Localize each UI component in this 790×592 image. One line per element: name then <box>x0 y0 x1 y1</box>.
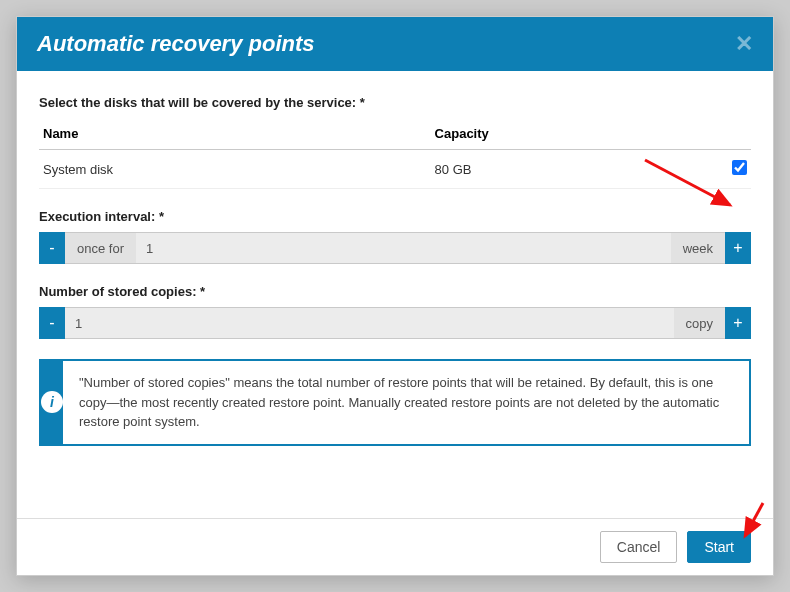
info-box: i "Number of stored copies" means the to… <box>39 359 751 446</box>
start-button[interactable]: Start <box>687 531 751 563</box>
col-capacity: Capacity <box>431 118 711 150</box>
interval-increment[interactable]: + <box>725 232 751 264</box>
table-row: System disk 80 GB <box>39 150 751 189</box>
copies-increment[interactable]: + <box>725 307 751 339</box>
cancel-button[interactable]: Cancel <box>600 531 678 563</box>
interval-stepper: - once for week + <box>39 232 751 264</box>
interval-input[interactable] <box>136 232 671 264</box>
interval-unit: week <box>671 232 725 264</box>
info-icon-column: i <box>41 361 63 444</box>
modal-title: Automatic recovery points <box>37 31 315 57</box>
copies-unit: copy <box>674 307 725 339</box>
copies-input[interactable] <box>65 307 674 339</box>
interval-label: Execution interval: * <box>39 209 751 224</box>
interval-prefix: once for <box>65 232 136 264</box>
info-text: "Number of stored copies" means the tota… <box>63 361 749 444</box>
disk-checkbox[interactable] <box>732 160 747 175</box>
recovery-modal: Automatic recovery points ✕ Select the d… <box>16 16 774 576</box>
disk-capacity: 80 GB <box>431 150 711 189</box>
info-icon: i <box>41 391 63 413</box>
copies-label: Number of stored copies: * <box>39 284 751 299</box>
modal-body: Select the disks that will be covered by… <box>17 71 773 518</box>
disks-section-label: Select the disks that will be covered by… <box>39 95 751 110</box>
close-icon[interactable]: ✕ <box>735 31 753 57</box>
disk-name: System disk <box>39 150 431 189</box>
col-name: Name <box>39 118 431 150</box>
modal-header: Automatic recovery points ✕ <box>17 17 773 71</box>
disks-table: Name Capacity System disk 80 GB <box>39 118 751 189</box>
modal-footer: Cancel Start <box>17 518 773 575</box>
interval-decrement[interactable]: - <box>39 232 65 264</box>
copies-decrement[interactable]: - <box>39 307 65 339</box>
copies-stepper: - copy + <box>39 307 751 339</box>
